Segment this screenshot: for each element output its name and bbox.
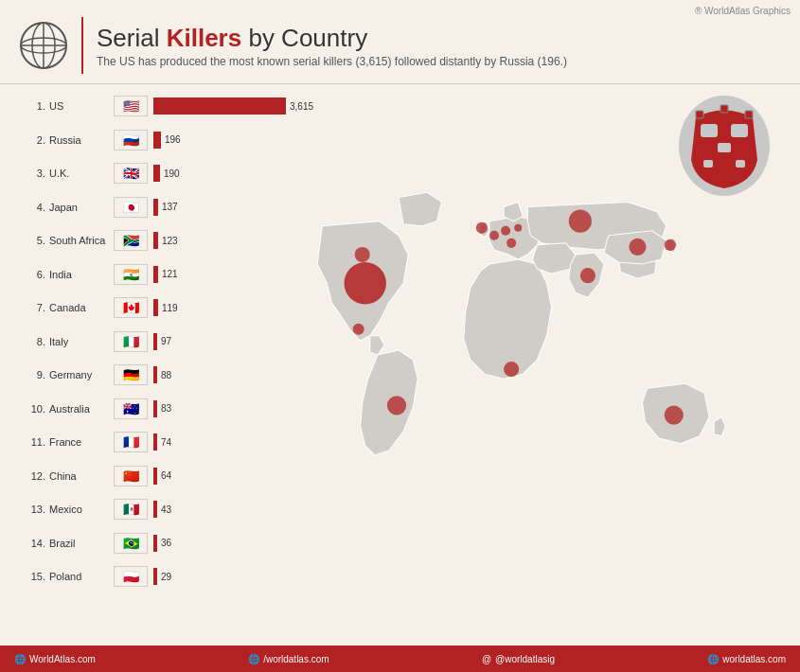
bar: [153, 433, 157, 451]
page-subtitle: The US has produced the most known seria…: [97, 55, 567, 68]
header: Serial Killers by Country The US has pro…: [0, 0, 800, 84]
bar-value: 119: [162, 303, 178, 313]
svg-point-26: [580, 268, 596, 283]
bar-value: 43: [161, 504, 171, 515]
rank-label: 1.: [19, 100, 45, 112]
rank-label: 15.: [19, 571, 45, 582]
bar-container: 64: [153, 467, 284, 486]
flag-icon: 🇫🇷: [114, 432, 148, 452]
country-name: Germany: [49, 369, 114, 380]
bar-container: 97: [153, 332, 284, 351]
bar-container: 190: [153, 164, 284, 183]
bar: [153, 400, 157, 417]
flag-icon: 🇬🇧: [114, 163, 148, 184]
rank-label: 12.: [19, 470, 45, 482]
svg-point-20: [501, 226, 510, 236]
svg-point-28: [353, 324, 364, 335]
svg-point-27: [665, 405, 684, 424]
table-row: 2. Russia 🇷🇺 196: [19, 126, 284, 154]
flag-icon: 🇵🇱: [114, 566, 148, 587]
bar: [153, 568, 157, 585]
rank-label: 14.: [19, 538, 45, 549]
table-row: 6. India 🇮🇳 121: [19, 260, 284, 289]
country-name: Italy: [49, 336, 114, 347]
svg-point-19: [489, 231, 499, 240]
country-name: Russia: [49, 134, 114, 146]
svg-point-17: [504, 362, 519, 377]
bar: [153, 97, 286, 115]
table-row: 14. Brazil 🇧🇷 36: [19, 529, 284, 557]
table-row: 11. France 🇫🇷 74: [19, 428, 284, 456]
flag-icon: 🇩🇪: [114, 364, 148, 385]
rank-label: 4.: [19, 202, 45, 213]
bar-container: 29: [153, 567, 284, 586]
svg-point-22: [514, 224, 522, 232]
svg-point-15: [355, 247, 370, 262]
country-name: India: [49, 269, 114, 280]
bar-value: 74: [161, 437, 171, 448]
bar-value: 88: [161, 370, 171, 380]
rank-label: 10.: [19, 403, 45, 415]
bar: [153, 232, 158, 249]
bar-value: 83: [161, 403, 171, 414]
bar-value: 64: [161, 470, 171, 481]
flag-icon: 🇲🇽: [114, 499, 148, 520]
country-name: Canada: [49, 302, 114, 313]
footer-label-3: @worldatlasig: [495, 654, 555, 664]
rank-label: 9.: [19, 369, 45, 380]
flag-icon: 🇯🇵: [114, 197, 148, 218]
svg-point-16: [387, 396, 406, 415]
table-row: 3. U.K. 🇬🇧 190: [19, 159, 284, 187]
bar: [153, 333, 157, 350]
footer-item-4: 🌐 worldatlas.com: [707, 654, 786, 664]
map-panel: [293, 84, 800, 635]
bar-container: 121: [153, 265, 284, 284]
table-row: 7. Canada 🇨🇦 119: [19, 293, 284, 322]
country-name: France: [49, 436, 114, 448]
svg-rect-6: [701, 124, 718, 137]
svg-rect-9: [703, 160, 713, 168]
svg-point-25: [665, 239, 676, 251]
mask-icon: [677, 94, 772, 198]
flag-icon: 🇿🇦: [114, 230, 148, 251]
svg-rect-8: [718, 143, 731, 152]
svg-point-23: [569, 210, 592, 233]
bar-container: 137: [153, 198, 284, 217]
bar-value: 97: [161, 336, 171, 346]
svg-rect-7: [731, 124, 748, 137]
rank-label: 2.: [19, 134, 45, 146]
rank-label: 13.: [19, 504, 45, 515]
header-divider: [81, 17, 83, 74]
svg-point-24: [629, 239, 646, 256]
globe-icon-footer2: 🌐: [248, 654, 259, 664]
main-content: 1. US 🇺🇸 3,615 2. Russia 🇷🇺 196 3. U.K. …: [0, 84, 800, 635]
flag-icon: 🇺🇸: [114, 96, 148, 116]
table-row: 13. Mexico 🇲🇽 43: [19, 495, 284, 523]
bar-value: 121: [162, 269, 178, 279]
table-row: 15. Poland 🇵🇱 29: [19, 562, 284, 591]
svg-rect-10: [736, 160, 745, 168]
rank-label: 5.: [19, 235, 45, 246]
country-name: Japan: [49, 202, 114, 213]
page-title: Serial Killers by Country: [97, 24, 567, 53]
bar: [153, 366, 157, 383]
bar-container: 196: [153, 131, 284, 150]
table-row: 9. Germany 🇩🇪 88: [19, 361, 284, 389]
bar-value: 190: [164, 168, 180, 179]
svg-rect-12: [696, 111, 703, 118]
flag-icon: 🇷🇺: [114, 130, 148, 150]
globe-icon-footer3: 🌐: [707, 654, 719, 664]
flag-icon: 🇮🇹: [114, 331, 148, 352]
watermark: ® WorldAtlas Graphics: [695, 6, 791, 16]
rank-label: 7.: [19, 302, 45, 313]
table-row: 4. Japan 🇯🇵 137: [19, 193, 284, 221]
country-name: Poland: [49, 571, 114, 582]
bar-container: 119: [153, 298, 284, 317]
table-row: 5. South Africa 🇿🇦 123: [19, 226, 284, 255]
svg-rect-13: [745, 111, 753, 118]
flag-icon: 🇮🇳: [114, 264, 148, 285]
bar: [153, 535, 157, 552]
footer-item-1: 🌐 WorldAtlas.com: [14, 654, 96, 664]
table-row: 10. Australia 🇦🇺 83: [19, 395, 284, 423]
table-row: 12. China 🇨🇳 64: [19, 462, 284, 490]
